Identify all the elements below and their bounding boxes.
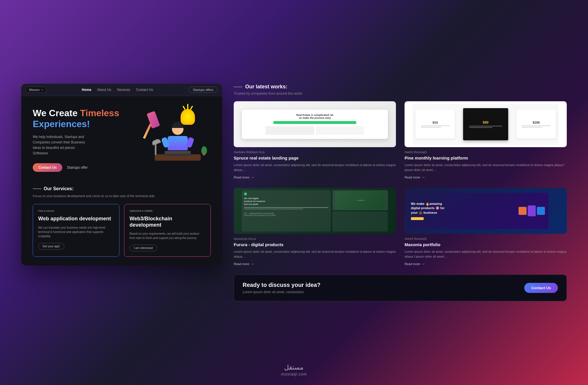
work-read-more-3[interactable]: Read more → [234,262,396,266]
work-name-1: Spruce real estate landing page [234,155,396,160]
startups-offer-link[interactable]: Startups offer [67,166,88,170]
browser-tab[interactable]: Mission × [26,87,46,93]
cta-contact-button[interactable]: Contact Us [524,283,558,293]
cta-title: Ready to discuss your idea? [243,282,320,288]
work-read-more-1[interactable]: Read more → [234,175,396,179]
watermark-arabic: مستقل [281,364,307,371]
work-thumbnail-4: We make 🔥amazingdigital products 🎯 foryo… [405,188,567,234]
work-name-3: Furura - digital products [234,242,396,247]
cta-banner: Ready to discuss your idea? Lorem ipsum … [234,275,567,301]
hero-contact-button[interactable]: Contact Us [33,163,62,172]
nav-services[interactable]: Services [117,88,130,92]
work-thumbnail-2: $10 $90 [405,101,567,147]
services-section: Our Services: Focus on your business dev… [21,180,222,266]
services-title: Our Services: [44,186,74,191]
work-desc-2: Lorem ipsum dolor sit amet, consectetur … [405,163,567,172]
work-desc-3: Lorem ipsum dolor sit amet, consectetur … [234,249,396,259]
work-item-3: We craft digitalproducts for businessand… [234,188,396,266]
read-more-arrow-2: → [421,175,425,179]
hero-title-timeless: Timeless [80,108,119,118]
hero-illustration [145,108,211,165]
cta-text-area: Ready to discuss your idea? Lorem ipsum … [243,282,320,294]
tab-label: Mission [29,88,40,92]
hero-title-experiences: Experiences! [33,119,90,129]
nav-home[interactable]: Home [82,88,91,92]
services-line-decoration [33,188,41,189]
startups-offers-button[interactable]: Startups offers [189,87,218,93]
service-card-btn-1[interactable]: Get your app! [38,243,64,250]
browser-window: Mission × Home About Us Services Contact… [21,84,222,265]
services-subtitle: Focus on your business development and c… [33,194,211,199]
works-title-row: Our latest works: [234,84,567,90]
work-tags-1: #webdev #fullstack #css [234,151,396,154]
read-more-arrow-3: → [250,262,254,266]
hero-text: We Create Timeless Experiences! We help … [33,108,139,172]
works-grid: Real Estate is complicated, letus make t… [234,101,567,266]
work-desc-4: Lorem ipsum dolor sit amet, consectetur … [405,249,567,259]
hero-title: We Create Timeless Experiences! [33,108,139,130]
service-card-desc-2: Based on your requirements, we will buil… [129,232,205,240]
works-header: Our latest works: Trusted by companies f… [234,84,567,96]
nav-contact[interactable]: Contact Us [136,88,153,92]
service-card-title-2: Web3/Blockchain development [129,216,205,228]
work-item-2: $10 $90 [405,101,567,179]
service-card-webdev: Fast & secure Web application developmen… [33,204,119,257]
service-card-desc-1: We can translate your business needs int… [38,225,114,238]
hero-title-we-create: We Create [33,108,78,118]
browser-nav: Home About Us Services Contact Us [50,88,185,92]
work-read-more-4[interactable]: Read more → [405,262,567,266]
work-desc-1: Lorem ipsum dolor sit amet, consectetur … [234,163,396,172]
nav-about[interactable]: About Us [97,88,111,92]
illustration-container [145,108,211,165]
work-tags-4: #web3 #bootrap5 [405,237,567,240]
service-card-blockchain: Optimized & reliable Web3/Blockchain dev… [124,204,211,257]
read-more-arrow-4: → [421,262,425,266]
read-more-arrow-1: → [250,175,254,179]
watermark-url: mostaql.com [281,372,307,376]
work-item-4: We make 🔥amazingdigital products 🎯 foryo… [405,188,567,266]
service-card-badge-2: Optimized & reliable [129,209,205,212]
work-name-2: Pine monthly learning platform [405,155,567,160]
service-card-title-1: Web application development [38,216,114,222]
works-line-decoration [234,87,242,87]
works-subtitle: Trusted by companies from around the wor… [234,92,567,96]
tab-close-icon[interactable]: × [41,88,43,92]
work-tags-3: #javascript #ui-ux [234,237,396,240]
service-card-badge-1: Fast & secure [38,209,114,212]
work-tags-2: #web3 #bootrap5 [405,151,567,154]
hero-subtitle: We help Individuals, Startups and Compan… [33,134,90,156]
right-panel: Our latest works: Trusted by companies f… [234,84,567,301]
work-thumbnail-1: Real Estate is complicated, letus make t… [234,101,396,147]
service-card-btn-2[interactable]: I am interested [129,245,157,251]
work-item-1: Real Estate is complicated, letus make t… [234,101,396,179]
browser-bar: Mission × Home About Us Services Contact… [21,84,222,96]
works-title: Our latest works: [245,84,287,90]
cta-subtitle: Lorem ipsum dolor sit amet, consectetur. [243,290,320,294]
work-name-4: Masonia portfolio [405,242,567,247]
hero-buttons: Contact Us Startups offer [33,163,139,172]
left-panel: Mission × Home About Us Services Contact… [21,84,222,265]
services-cards: Fast & secure Web application developmen… [33,204,211,257]
work-read-more-2[interactable]: Read more → [405,175,567,179]
services-header: Our Services: [33,186,211,191]
hero-section: We Create Timeless Experiences! We help … [21,96,222,180]
watermark: مستقل mostaql.com [281,364,307,376]
work-thumbnail-3: We craft digitalproducts for businessand… [234,188,396,234]
